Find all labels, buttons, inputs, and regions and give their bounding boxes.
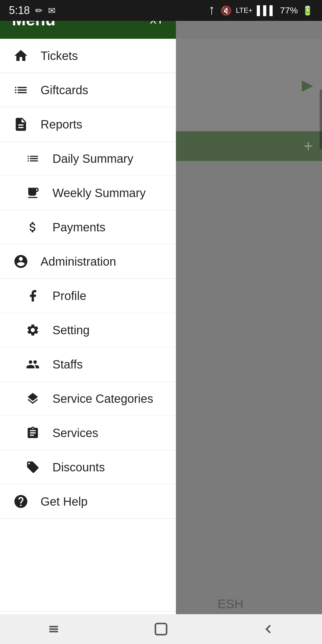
- profile-label: Profile: [52, 289, 86, 303]
- nav-bar: [0, 614, 322, 644]
- weekly-summary-label: Weekly Summary: [52, 186, 146, 200]
- menu-subitem-payments[interactable]: Payments: [0, 210, 176, 244]
- menu-item-giftcards[interactable]: Giftcards: [0, 73, 176, 107]
- menu-subitem-service-categories[interactable]: Service Categories: [0, 382, 176, 416]
- gear-icon: [24, 321, 42, 339]
- menu-subitem-profile[interactable]: Profile: [0, 279, 176, 313]
- menu-items-container[interactable]: Tickets Giftcards Reports: [0, 39, 176, 611]
- battery-icon: 🔋: [302, 5, 313, 16]
- help-circle-icon: [12, 493, 30, 510]
- layers-icon: [24, 390, 42, 408]
- giftcards-label: Giftcards: [41, 83, 88, 97]
- partial-text: ESH: [218, 597, 243, 611]
- document-icon: [12, 115, 30, 133]
- menu-subitem-setting[interactable]: Setting: [0, 313, 176, 347]
- administration-label: Administration: [41, 255, 116, 268]
- status-time: 5:18: [9, 4, 30, 17]
- status-bar-right: ⭡ 🔇 LTE+ ▌▌▌ 77% 🔋: [208, 5, 313, 16]
- bluetooth-icon: ⭡: [208, 5, 216, 16]
- status-bar: 5:18 ✏ ✉ ⭡ 🔇 LTE+ ▌▌▌ 77% 🔋: [0, 0, 322, 21]
- dollar-icon: [24, 218, 42, 236]
- newspaper-icon: [24, 184, 42, 202]
- service-categories-label: Service Categories: [52, 392, 153, 405]
- email-icon: ✉: [48, 5, 55, 16]
- home-button[interactable]: [143, 620, 179, 638]
- services-label: Services: [52, 426, 98, 440]
- tickets-label: Tickets: [41, 49, 78, 63]
- menu-subitem-daily-summary[interactable]: Daily Summary: [0, 142, 176, 176]
- menu-subitem-services[interactable]: Services: [0, 416, 176, 450]
- discounts-label: Discounts: [52, 461, 105, 474]
- lte-icon: LTE+: [236, 6, 253, 15]
- daily-summary-label: Daily Summary: [52, 152, 133, 165]
- back-button[interactable]: [250, 620, 286, 638]
- people-icon: [24, 355, 42, 373]
- person-circle-icon: [12, 253, 30, 270]
- menu-drawer: Menu xT Tickets Giftcards: [0, 0, 176, 644]
- setting-label: Setting: [52, 323, 90, 337]
- tag-icon: [24, 458, 42, 476]
- get-help-label: Get Help: [41, 495, 88, 508]
- menu-item-administration[interactable]: Administration: [0, 244, 176, 279]
- menu-item-reports[interactable]: Reports: [0, 107, 176, 142]
- lines-icon: [24, 150, 42, 168]
- dim-overlay[interactable]: [176, 0, 322, 644]
- svg-rect-3: [155, 623, 167, 635]
- status-bar-left: 5:18 ✏ ✉: [9, 4, 55, 17]
- payments-label: Payments: [52, 221, 106, 234]
- scroll-indicator: [320, 89, 322, 149]
- signal-icon: ▌▌▌: [257, 5, 276, 16]
- reports-label: Reports: [41, 118, 82, 131]
- recent-apps-button[interactable]: [36, 620, 72, 638]
- menu-item-get-help[interactable]: Get Help: [0, 484, 176, 519]
- menu-subitem-staffs[interactable]: Staffs: [0, 347, 176, 382]
- menu-subitem-discounts[interactable]: Discounts: [0, 450, 176, 484]
- clipboard-icon: [24, 424, 42, 442]
- menu-item-tickets[interactable]: Tickets: [0, 39, 176, 73]
- mute-icon: 🔇: [221, 5, 232, 16]
- book-open-icon: [24, 287, 42, 305]
- menu-subitem-weekly-summary[interactable]: Weekly Summary: [0, 176, 176, 210]
- home-icon: [12, 47, 30, 65]
- list-icon: [12, 81, 30, 99]
- gallery-icon: ✏: [35, 5, 43, 16]
- battery-percent: 77%: [280, 5, 298, 16]
- staffs-label: Staffs: [52, 358, 83, 371]
